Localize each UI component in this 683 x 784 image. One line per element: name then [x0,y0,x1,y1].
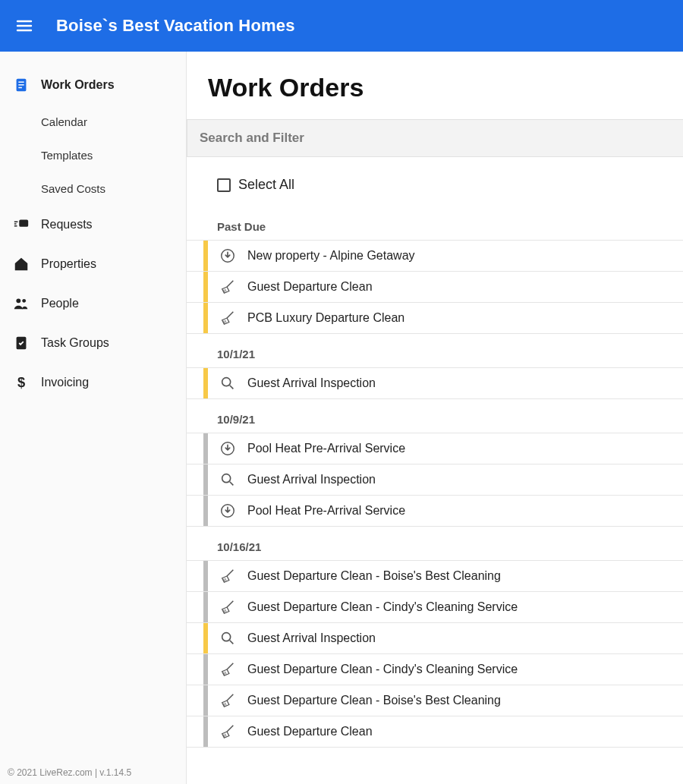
work-order-row[interactable]: Guest Arrival Inspection [187,622,683,654]
sidebar-item-label: Properties [41,257,96,271]
work-order-label: Guest Departure Clean [247,725,373,738]
sidebar-item-people[interactable]: People [0,284,186,323]
work-order-row[interactable]: Pool Heat Pre-Arrival Service [187,433,683,464]
work-order-label: Guest Arrival Inspection [247,376,376,390]
status-stripe [203,685,208,716]
select-all-label: Select All [238,177,294,193]
status-stripe [203,592,208,622]
download-icon [219,247,237,265]
broom-icon [219,691,237,710]
work-order-label: Guest Arrival Inspection [247,631,376,645]
work-order-row[interactable]: Guest Departure Clean - Boise's Best Cle… [187,560,683,592]
page-title: Work Orders [187,73,683,102]
status-stripe [203,716,208,747]
broom-icon [219,598,237,616]
search-and-filter[interactable]: Search and Filter [187,119,683,157]
status-stripe [203,561,208,591]
sidebar-sub-templates[interactable]: Templates [0,138,186,172]
sidebar-sub-saved-costs[interactable]: Saved Costs [0,172,186,205]
work-order-row[interactable]: Guest Departure Clean - Cindy's Cleaning… [187,591,683,623]
sidebar-item-invoicing[interactable]: Invoicing [0,363,186,402]
sidebar-item-task-groups[interactable]: Task Groups [0,323,186,363]
sidebar-item-label: People [41,297,79,310]
people-icon [12,294,30,313]
work-order-label: Guest Departure Clean - Cindy's Cleaning… [247,663,518,676]
home-icon [12,255,30,273]
sidebar-sub-label: Templates [41,149,93,162]
group-label: Past Due [187,206,683,241]
status-stripe [203,272,208,302]
work-order-label: Pool Heat Pre-Arrival Service [247,504,405,518]
app-title: Boise`s Best Vacation Homes [56,16,295,36]
status-stripe [203,368,208,398]
group-label: 10/1/21 [187,334,683,368]
work-order-row[interactable]: Guest Departure Clean [187,271,683,303]
select-all-checkbox[interactable] [217,178,231,192]
work-order-row[interactable]: Guest Arrival Inspection [187,464,683,496]
work-order-row[interactable]: Guest Departure Clean - Cindy's Cleaning… [187,653,683,685]
group-label: 10/16/21 [187,527,683,561]
sidebar-sub-label: Saved Costs [41,182,105,195]
broom-icon [219,309,237,327]
status-stripe [203,464,208,495]
broom-icon [219,660,237,679]
work-order-label: Guest Departure Clean - Boise's Best Cle… [247,569,501,583]
work-order-label: Pool Heat Pre-Arrival Service [247,442,405,455]
sidebar-sub-calendar[interactable]: Calendar [0,105,186,138]
broom-icon [219,567,237,585]
work-order-row[interactable]: Guest Departure Clean [187,716,683,748]
status-stripe [203,241,208,271]
download-icon [219,439,237,458]
sidebar-item-requests[interactable]: Requests [0,205,186,244]
app-header: Boise`s Best Vacation Homes [0,0,683,52]
sidebar-item-label: Requests [41,218,93,231]
sidebar-footer: © 2021 LiveRez.com | v.1.14.5 [8,767,131,778]
sidebar-item-label: Task Groups [41,336,109,350]
broom-icon [219,278,237,296]
search-icon [219,629,237,647]
work-order-label: Guest Arrival Inspection [247,473,376,486]
chat-icon [12,216,30,234]
work-order-label: New property - Alpine Getaway [247,249,415,263]
work-order-label: Guest Departure Clean - Cindy's Cleaning… [247,600,518,614]
work-order-label: Guest Departure Clean - Boise's Best Cle… [247,694,501,707]
search-icon [219,471,237,489]
work-order-row[interactable]: Guest Arrival Inspection [187,367,683,399]
status-stripe [203,303,208,333]
work-order-row[interactable]: PCB Luxury Departure Clean [187,302,683,334]
sidebar-item-work-orders[interactable]: Work Orders [0,65,186,105]
work-order-row[interactable]: New property - Alpine Getaway [187,240,683,272]
group-label: 10/9/21 [187,399,683,433]
status-stripe [203,623,208,653]
download-icon [219,502,237,520]
search-icon [219,374,237,392]
status-stripe [203,433,208,464]
main-content: Work Orders Search and Filter Select All… [187,52,683,784]
checklist-icon [12,334,30,352]
sidebar: Work Orders Calendar Templates Saved Cos… [0,52,187,784]
sidebar-item-label: Invoicing [41,376,89,389]
sidebar-item-label: Work Orders [41,78,115,92]
status-stripe [203,654,208,685]
sidebar-sub-label: Calendar [41,115,87,128]
select-all-row: Select All [187,157,683,206]
work-order-row[interactable]: Guest Departure Clean - Boise's Best Cle… [187,685,683,716]
menu-icon[interactable] [14,15,35,36]
dollar-icon [12,373,30,392]
search-label: Search and Filter [200,131,304,146]
broom-icon [219,723,237,741]
sidebar-item-properties[interactable]: Properties [0,244,186,284]
status-stripe [203,496,208,526]
work-order-label: Guest Departure Clean [247,280,373,294]
clipboard-icon [12,76,30,94]
work-order-label: PCB Luxury Departure Clean [247,311,404,325]
work-order-row[interactable]: Pool Heat Pre-Arrival Service [187,495,683,527]
